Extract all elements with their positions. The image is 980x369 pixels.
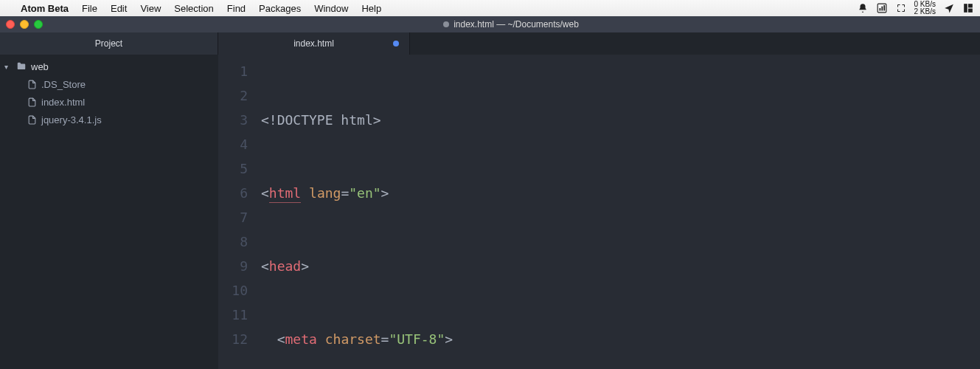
svg-rect-5 [968, 4, 973, 7]
maximize-window-button[interactable] [34, 20, 43, 29]
app-name[interactable]: Atom Beta [21, 3, 69, 14]
menu-window[interactable]: Window [314, 3, 348, 14]
file-icon [27, 79, 37, 89]
tree-folder-web[interactable]: ▾ web [0, 58, 218, 75]
project-sidebar[interactable]: ▾ web .DS_Store index.html [0, 55, 218, 369]
notification-icon[interactable] [857, 2, 869, 14]
network-speed: 0 KB/s 2 KB/s [914, 1, 936, 15]
tab-bar: Project index.html [0, 32, 980, 55]
menu-find[interactable]: Find [227, 3, 246, 14]
tree-file-dsstore[interactable]: .DS_Store [0, 75, 218, 93]
stats-icon[interactable] [876, 2, 888, 14]
tree-file-jquery[interactable]: jquery-3.4.1.js [0, 111, 218, 128]
folder-icon [16, 61, 27, 72]
menu-edit[interactable]: Edit [111, 3, 127, 14]
menu-selection[interactable]: Selection [174, 3, 213, 14]
minimize-window-button[interactable] [20, 20, 29, 29]
traffic-lights [6, 20, 43, 29]
menu-help[interactable]: Help [361, 3, 381, 14]
menu-file[interactable]: File [82, 3, 97, 14]
svg-rect-2 [881, 7, 883, 11]
unsaved-dot-icon [393, 41, 399, 46]
modified-indicator-icon [443, 21, 449, 27]
menu-view[interactable]: View [140, 3, 161, 14]
chevron-down-icon: ▾ [4, 63, 12, 71]
svg-rect-3 [883, 5, 885, 11]
file-icon [27, 114, 37, 125]
layout-icon[interactable] [962, 2, 974, 14]
menu-packages[interactable]: Packages [259, 3, 301, 14]
code-area[interactable]: <!DOCTYPE html> <html lang="en"> <head> … [261, 55, 980, 369]
tab-index-html[interactable]: index.html [218, 32, 410, 55]
location-icon[interactable] [943, 2, 955, 14]
tab-project[interactable]: Project [0, 32, 218, 55]
tree-file-index-html[interactable]: index.html [0, 93, 218, 111]
window-title: index.html — ~/Documents/web [48, 19, 974, 30]
close-window-button[interactable] [6, 20, 15, 29]
svg-rect-6 [968, 9, 973, 13]
file-icon [27, 97, 37, 107]
tree-file-label: jquery-3.4.1.js [41, 114, 102, 125]
line-number-gutter: 1 2 3 4 5 6 7 8 9 10 11 12 [218, 55, 261, 369]
window-titlebar: index.html — ~/Documents/web [0, 16, 980, 32]
editor[interactable]: 1 2 3 4 5 6 7 8 9 10 11 12 <!DOCTYPE htm… [218, 55, 980, 369]
tree-folder-label: web [31, 61, 49, 72]
fullscreen-icon[interactable] [895, 2, 907, 14]
svg-rect-4 [964, 4, 967, 13]
tree-file-label: .DS_Store [41, 79, 86, 90]
macos-menubar: Atom Beta File Edit View Selection Find … [0, 0, 980, 16]
svg-rect-1 [879, 8, 880, 11]
tree-file-label: index.html [41, 97, 85, 108]
